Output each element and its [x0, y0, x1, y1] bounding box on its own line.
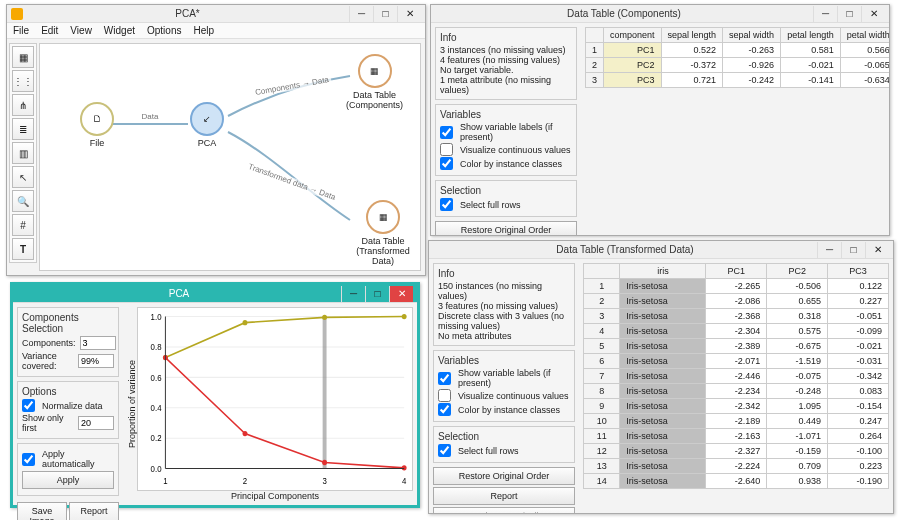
minimize-button[interactable]: ─ [349, 6, 373, 22]
show-labels-label: Show variable labels (if present) [458, 368, 570, 388]
close-button[interactable]: ✕ [397, 6, 421, 22]
dtc-titlebar[interactable]: Data Table (Components) ─ □ ✕ [431, 5, 889, 23]
components-selection-header: Components Selection [22, 312, 114, 334]
table-icon: ▦ [370, 66, 379, 76]
menu-view[interactable]: View [70, 25, 92, 36]
tool-zoom-icon[interactable]: 🔍 [12, 190, 34, 212]
report-button[interactable]: Report [433, 487, 575, 505]
pca-title: PCA [17, 288, 341, 299]
apply-button[interactable]: Apply [22, 471, 114, 489]
dtt-info-header: Info [438, 268, 570, 279]
visualize-checkbox[interactable] [440, 143, 453, 156]
send-auto-button[interactable]: Send Automatically [433, 507, 575, 513]
main-menu: File Edit View Widget Options Help [7, 23, 425, 39]
dtt-titlebar[interactable]: Data Table (Transformed Data) ─ □ ✕ [429, 241, 893, 259]
menu-edit[interactable]: Edit [41, 25, 58, 36]
main-titlebar[interactable]: PCA* ─ □ ✕ [7, 5, 425, 23]
color-checkbox[interactable] [440, 157, 453, 170]
main-window: PCA* ─ □ ✕ File Edit View Widget Options… [6, 4, 426, 276]
scree-plot[interactable]: 0.00.20.40.60.81.01234 [137, 307, 413, 491]
menu-help[interactable]: Help [193, 25, 214, 36]
close-button[interactable]: ✕ [389, 286, 413, 302]
svg-text:1.0: 1.0 [151, 312, 162, 321]
minimize-button[interactable]: ─ [341, 286, 365, 302]
pca-node[interactable]: ↙ PCA [190, 102, 224, 148]
show-labels-checkbox[interactable] [440, 126, 453, 139]
variance-input[interactable] [78, 354, 114, 368]
datatable-components-node[interactable]: ▦ Data Table (Components) [346, 54, 403, 110]
main-title: PCA* [26, 8, 349, 19]
components-label: Components: [22, 338, 76, 348]
menu-file[interactable]: File [13, 25, 29, 36]
dtt-title: Data Table (Transformed Data) [433, 244, 817, 255]
svg-point-22 [243, 431, 248, 436]
dtt-sel-panel: Selection Select full rows [433, 426, 575, 463]
minimize-button[interactable]: ─ [813, 6, 837, 22]
minimize-button[interactable]: ─ [817, 242, 841, 258]
full-rows-label: Select full rows [458, 446, 570, 456]
tool-dist-icon[interactable]: ≣ [12, 118, 34, 140]
svg-text:0.8: 0.8 [151, 343, 162, 352]
normalize-checkbox[interactable] [22, 399, 35, 412]
tool-data-icon[interactable]: ▦ [12, 46, 34, 68]
save-image-button[interactable]: Save Image [17, 502, 67, 520]
transformed-table[interactable]: irisPC1PC2PC31Iris-setosa-2.265-0.5060.1… [583, 263, 889, 489]
tool-grid-icon[interactable]: # [12, 214, 34, 236]
file-node[interactable]: 🗋 File [80, 102, 114, 148]
color-checkbox[interactable] [438, 403, 451, 416]
menu-options[interactable]: Options [147, 25, 181, 36]
xlabel: Principal Components [137, 491, 413, 501]
info-line: 3 features (no missing values) [438, 301, 570, 311]
restore-order-button[interactable]: Restore Original Order [433, 467, 575, 485]
maximize-button[interactable]: □ [373, 6, 397, 22]
info-line: No meta attributes [438, 331, 570, 341]
ylabel: Proportion of variance [127, 307, 137, 501]
apply-auto-checkbox[interactable] [22, 453, 35, 466]
tool-arrow-icon[interactable]: ↖ [12, 166, 34, 188]
full-rows-checkbox[interactable] [438, 444, 451, 457]
widget-toolbar: ▦ ⋮⋮ ⋔ ≣ ▥ ↖ 🔍 # T [9, 43, 37, 263]
workflow-canvas[interactable]: Data Components → Data Transformed data … [39, 43, 421, 271]
close-button[interactable]: ✕ [865, 242, 889, 258]
color-label: Color by instance classes [458, 405, 570, 415]
restore-order-button[interactable]: Restore Original Order [435, 221, 577, 235]
edge-transformed-label: Transformed data → Data [245, 161, 338, 202]
close-button[interactable]: ✕ [861, 6, 885, 22]
show-first-label: Show only first [22, 413, 74, 433]
svg-point-19 [322, 315, 327, 320]
tool-scatter-icon[interactable]: ⋮⋮ [12, 70, 34, 92]
info-line: 4 features (no missing values) [440, 55, 572, 65]
menu-widget[interactable]: Widget [104, 25, 135, 36]
maximize-button[interactable]: □ [837, 6, 861, 22]
tool-tree-icon[interactable]: ⋔ [12, 94, 34, 116]
vars-header: Variables [438, 355, 570, 366]
app-icon [11, 8, 23, 20]
dtt-info-panel: Info 150 instances (no missing values) 3… [433, 263, 575, 346]
show-labels-checkbox[interactable] [438, 372, 451, 385]
sel-header: Selection [440, 185, 572, 196]
svg-point-24 [402, 465, 407, 470]
pca-titlebar[interactable]: PCA ─ □ ✕ [13, 285, 417, 303]
tool-text-icon[interactable]: T [12, 238, 34, 260]
svg-point-23 [322, 460, 327, 465]
dtt-vars-panel: Variables Show variable labels (if prese… [433, 350, 575, 422]
show-first-input[interactable] [78, 416, 114, 430]
visualize-label: Visualize continuous values [458, 391, 570, 401]
report-button[interactable]: Report [69, 502, 119, 520]
full-rows-checkbox[interactable] [440, 198, 453, 211]
dtc-sel-panel: Selection Select full rows [435, 180, 577, 217]
apply-panel: Apply automatically Apply [17, 443, 119, 496]
datatable-transformed-node[interactable]: ▦ Data Table (Transformed Data) [346, 200, 420, 266]
svg-text:2: 2 [243, 476, 248, 485]
table-icon: ▦ [379, 212, 388, 222]
maximize-button[interactable]: □ [365, 286, 389, 302]
apply-auto-label: Apply automatically [42, 449, 114, 469]
svg-text:0.6: 0.6 [151, 373, 162, 382]
visualize-label: Visualize continuous values [460, 145, 572, 155]
components-table[interactable]: componentsepal lengthsepal widthpetal le… [585, 27, 889, 88]
tool-hist-icon[interactable]: ▥ [12, 142, 34, 164]
maximize-button[interactable]: □ [841, 242, 865, 258]
dtc-info-header: Info [440, 32, 572, 43]
components-input[interactable] [80, 336, 116, 350]
visualize-checkbox[interactable] [438, 389, 451, 402]
